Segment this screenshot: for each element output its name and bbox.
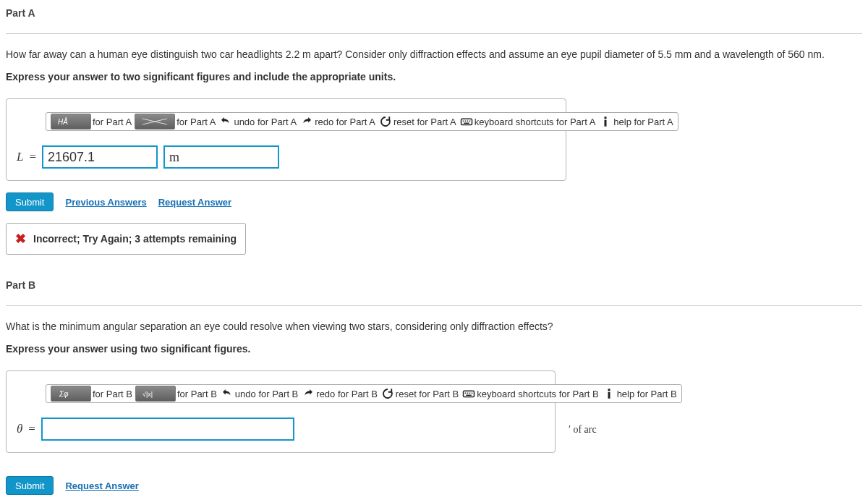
toolbar-keyboard-label: keyboard shortcuts for Part A <box>475 116 596 127</box>
svg-rect-6 <box>464 123 469 124</box>
toolbar-keyboard[interactable]: keyboard shortcuts for Part A <box>458 114 597 130</box>
svg-rect-2 <box>462 121 464 122</box>
part-b-label: Part B <box>6 279 862 291</box>
redo-icon <box>299 114 314 129</box>
x-icon: ✖ <box>15 231 26 247</box>
svg-text:√|x|: √|x| <box>142 391 153 398</box>
part-b-toolbar: Σφ for Part B √|x| for Part B undo for P… <box>46 384 682 403</box>
toolbar-help[interactable]: help for Part B <box>600 386 678 402</box>
part-a-value-input[interactable] <box>42 145 158 169</box>
toolbar-redo-label: redo for Part B <box>316 389 378 399</box>
redo-icon <box>301 386 315 401</box>
separator <box>6 33 862 34</box>
previous-answers-link[interactable]: Previous Answers <box>65 197 146 208</box>
svg-rect-12 <box>465 393 467 394</box>
submit-button[interactable]: Submit <box>6 192 54 211</box>
feedback-incorrect: ✖ Incorrect; Try Again; 3 attempts remai… <box>6 223 246 255</box>
toolbar-keyboard-label: keyboard shortcuts for Part B <box>477 389 598 399</box>
help-icon <box>598 114 613 129</box>
part-a-toolbar: HÅ for Part A for Part A undo for Part A… <box>46 112 678 131</box>
toolbar-reset[interactable]: reset for Part A <box>377 114 458 130</box>
svg-rect-15 <box>472 393 473 394</box>
part-a-instruction: Express your answer to two significant f… <box>6 71 862 82</box>
help-icon <box>602 386 616 401</box>
svg-rect-18 <box>608 392 610 399</box>
svg-text:Σφ: Σφ <box>59 390 69 398</box>
toolbar-undo-label: undo for Part A <box>234 116 297 127</box>
toolbar-template-2[interactable]: for Part A <box>133 114 217 130</box>
submit-button[interactable]: Submit <box>6 476 54 495</box>
part-b-instruction: Express your answer using two significan… <box>6 343 862 355</box>
toolbar-template-1[interactable]: Σφ for Part B <box>49 386 134 402</box>
toolbar-redo-label: redo for Part A <box>315 116 375 127</box>
svg-rect-8 <box>605 120 607 127</box>
part-a-answer-box: HÅ for Part A for Part A undo for Part A… <box>6 98 566 181</box>
toolbar-help-label: help for Part A <box>613 116 673 127</box>
svg-rect-13 <box>467 393 469 394</box>
part-a-input-row: L = <box>17 145 556 169</box>
svg-rect-5 <box>469 121 470 122</box>
undo-icon <box>220 386 234 401</box>
unit-suffix: ′ of arc <box>569 424 597 435</box>
toolbar-undo[interactable]: undo for Part B <box>218 386 299 402</box>
svg-rect-1 <box>461 119 472 124</box>
toolbar-template-2-label: for Part B <box>177 389 217 399</box>
toolbar-redo[interactable]: redo for Part A <box>298 114 377 130</box>
part-b-question: What is the minimum angular separation a… <box>6 319 862 334</box>
part-b-input-row: θ = <box>17 418 545 441</box>
toolbar-help-label: help for Part B <box>617 389 677 399</box>
toolbar-template-2[interactable]: √|x| for Part B <box>134 386 218 402</box>
toolbar-undo[interactable]: undo for Part A <box>217 114 298 130</box>
part-a-unit-input[interactable] <box>163 145 279 169</box>
svg-rect-3 <box>464 121 466 122</box>
reset-icon <box>380 386 395 401</box>
toolbar-keyboard[interactable]: keyboard shortcuts for Part B <box>460 386 600 402</box>
toolbar-reset[interactable]: reset for Part B <box>379 386 460 402</box>
var-theta: θ <box>17 422 22 436</box>
toolbar-help[interactable]: help for Part A <box>597 114 674 130</box>
svg-text:HÅ: HÅ <box>58 117 68 126</box>
feedback-text: Incorrect; Try Again; 3 attempts remaini… <box>33 233 237 245</box>
part-b-actions: Submit Request Answer <box>6 476 862 495</box>
part-a-actions: Submit Previous Answers Request Answer <box>6 192 862 211</box>
part-b-value-input[interactable] <box>41 418 294 441</box>
svg-rect-16 <box>467 395 472 397</box>
toolbar-reset-label: reset for Part B <box>396 389 459 399</box>
eq-sign: = <box>29 150 36 164</box>
toolbar-template-1[interactable]: HÅ for Part A <box>49 114 133 130</box>
toolbar-template-2-label: for Part A <box>176 116 216 127</box>
keyboard-icon <box>461 386 476 401</box>
toolbar-reset-label: reset for Part A <box>393 116 456 127</box>
var-L: L <box>17 150 23 164</box>
reset-icon <box>378 114 393 129</box>
toolbar-undo-label: undo for Part B <box>235 389 298 399</box>
separator <box>6 305 862 306</box>
svg-rect-7 <box>605 116 607 119</box>
svg-rect-4 <box>467 121 468 122</box>
undo-icon <box>218 114 233 129</box>
part-a-label: Part A <box>6 7 862 19</box>
request-answer-link[interactable]: Request Answer <box>65 480 138 491</box>
keyboard-icon <box>459 114 474 129</box>
toolbar-template-1-label: for Part A <box>93 116 132 127</box>
toolbar-redo[interactable]: redo for Part B <box>299 386 379 402</box>
eq-sign: = <box>28 422 35 436</box>
svg-rect-17 <box>608 389 610 391</box>
part-a-question: How far away can a human eye distinguish… <box>6 47 862 62</box>
svg-rect-11 <box>464 391 475 397</box>
request-answer-link[interactable]: Request Answer <box>158 197 231 208</box>
part-b-answer-box: Σφ for Part B √|x| for Part B undo for P… <box>6 370 556 453</box>
svg-rect-14 <box>469 393 471 394</box>
toolbar-template-1-label: for Part B <box>93 389 132 399</box>
